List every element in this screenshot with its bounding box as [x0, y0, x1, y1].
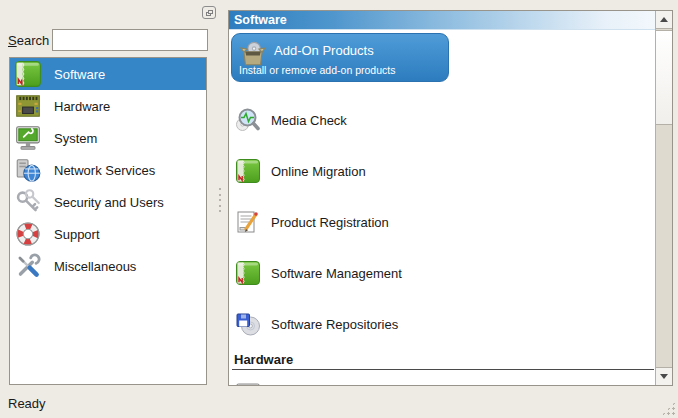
scrollbar-thumb[interactable] [656, 30, 672, 125]
arrow-down-icon [660, 374, 668, 379]
splitter-handle[interactable] [218, 188, 222, 212]
vertical-scrollbar[interactable] [655, 11, 672, 385]
sidebar-item-label: System [54, 131, 97, 146]
sidebar-item-label: Support [54, 227, 100, 242]
circuit-board-icon [14, 92, 42, 120]
media-check-icon [235, 107, 261, 133]
module-panel: Software Add-On Products Install or remo… [228, 10, 673, 386]
lifebuoy-icon [14, 220, 42, 248]
sidebar-item-label: Network Services [54, 163, 155, 178]
module-item-online-migration[interactable]: Online Migration [235, 158, 366, 184]
search-label: Search [8, 33, 49, 48]
sidebar-item-support[interactable]: Support [10, 218, 206, 250]
scroll-down-button[interactable] [656, 367, 672, 385]
search-input[interactable] [52, 29, 208, 51]
module-item-software-management[interactable]: Software Management [235, 260, 402, 286]
sidebar-item-label: Hardware [54, 99, 110, 114]
module-item-label: Product Registration [271, 215, 389, 230]
sidebar-item-label: Software [54, 67, 105, 82]
module-item-software-repositories[interactable]: Software Repositories [235, 311, 398, 337]
section-divider [232, 369, 654, 370]
software-package-icon [235, 260, 261, 286]
resize-grip[interactable] [661, 401, 676, 416]
category-list: Software Hardware System Network Service… [9, 57, 207, 385]
module-item-add-on-products[interactable]: Add-On Products Install or remove add-on… [231, 33, 449, 82]
sidebar-item-network-services[interactable]: Network Services [10, 154, 206, 186]
module-item-label: Software Repositories [271, 317, 398, 332]
sidebar-item-security-and-users[interactable]: Security and Users [10, 186, 206, 218]
crossed-tools-icon [14, 252, 42, 280]
repositories-disc-icon [235, 311, 261, 337]
keyboard-icon [235, 377, 261, 385]
security-keys-icon [14, 188, 42, 216]
arrow-up-icon [660, 17, 668, 22]
network-globe-icon [14, 156, 42, 184]
module-item-media-check[interactable]: Media Check [235, 107, 347, 133]
software-package-icon [14, 60, 42, 88]
module-item-system-keyboard-layout[interactable]: System Keyboard Layout [235, 377, 416, 385]
module-item-label: Online Migration [271, 164, 366, 179]
module-item-title: Add-On Products [274, 43, 374, 58]
module-item-label: Software Management [271, 266, 402, 281]
module-item-label: System Keyboard Layout [271, 383, 416, 386]
sidebar-item-hardware[interactable]: Hardware [10, 90, 206, 122]
float-window-icon[interactable] [202, 6, 216, 19]
sidebar-item-label: Miscellaneous [54, 259, 136, 274]
system-monitor-icon [14, 124, 42, 152]
sidebar-item-software[interactable]: Software [10, 58, 206, 90]
sidebar-item-system[interactable]: System [10, 122, 206, 154]
sidebar-item-label: Security and Users [54, 195, 164, 210]
module-item-description: Install or remove add-on products [239, 64, 395, 76]
section-header-hardware: Hardware [234, 352, 293, 367]
module-list: Add-On Products Install or remove add-on… [229, 31, 655, 385]
software-package-icon [235, 158, 261, 184]
section-header-software: Software [229, 11, 672, 30]
status-text: Ready [8, 396, 46, 411]
sidebar-item-miscellaneous[interactable]: Miscellaneous [10, 250, 206, 282]
float-window-glyph [208, 10, 213, 14]
yast-control-center-window: Search Software Hardware System Network … [0, 0, 678, 418]
module-item-product-registration[interactable]: Product Registration [235, 209, 389, 235]
registration-document-icon [235, 209, 261, 235]
module-item-label: Media Check [271, 113, 347, 128]
scroll-up-button[interactable] [656, 11, 672, 29]
